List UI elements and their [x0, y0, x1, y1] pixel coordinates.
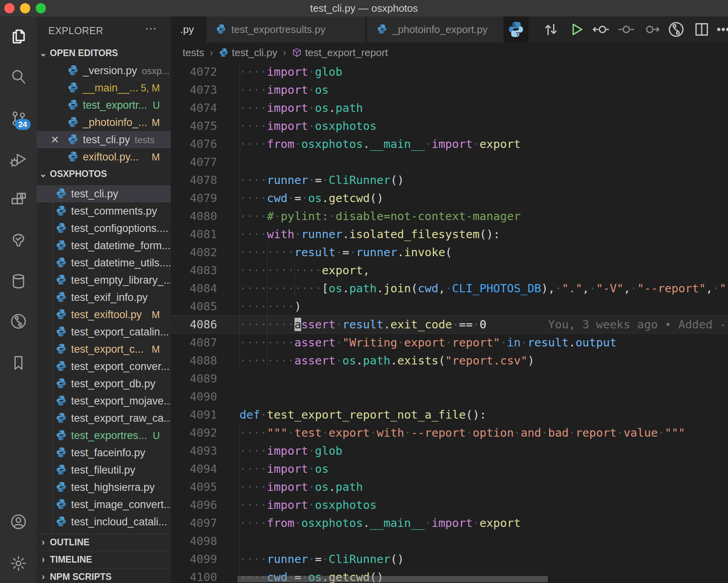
code-line[interactable]: 4099····runner·=·CliRunner()	[171, 550, 728, 568]
file-tree-item[interactable]: test_export_c...M	[37, 341, 171, 358]
sidebar-section-outline[interactable]: ›OUTLINE	[37, 534, 171, 550]
file-tree-item[interactable]: test_comments.py	[37, 202, 171, 220]
gitlens-icon[interactable]	[9, 312, 27, 330]
more-actions-icon[interactable]	[714, 20, 728, 38]
breadcrumb-separator: ›	[210, 47, 213, 58]
file-tree-item[interactable]: test_datetime_utils....	[37, 254, 171, 271]
file-tree-item[interactable]: test_image_convert...	[37, 496, 171, 513]
code-line[interactable]: 4079····cwd·=·os.getcwd()	[171, 189, 728, 207]
code-line[interactable]: 4091def·test_export_report_not_a_file():	[171, 406, 728, 424]
code-line[interactable]: 4072····import·glob	[171, 63, 728, 81]
python-file-icon	[67, 116, 79, 128]
sidebar-section-timeline[interactable]: ›TIMELINE	[37, 551, 171, 568]
file-tree-item[interactable]: test_export_raw_ca...	[37, 410, 171, 427]
code-line[interactable]: 4094····import·os	[171, 460, 728, 478]
tab-label: test_exportresults.py	[231, 24, 326, 35]
extensions-icon[interactable]	[9, 191, 27, 209]
nav-dot-icon[interactable]	[617, 20, 635, 38]
file-tree-item[interactable]: test_export_conver...	[37, 358, 171, 375]
editor-tab[interactable]: _photoinfo_export.py	[367, 16, 505, 42]
file-tree-item[interactable]: test_exportres...U	[37, 427, 171, 444]
file-tree-item[interactable]: test_empty_library_...	[37, 271, 171, 289]
file-tree-item[interactable]: test_export_db.py	[37, 375, 171, 392]
python-file-icon	[55, 187, 67, 199]
split-editor-icon[interactable]	[693, 20, 711, 38]
code-line[interactable]: 4097····from·osxphotos.__main__·import·e…	[171, 514, 728, 532]
code-line[interactable]: 4087········assert·"Writing·export·repor…	[171, 333, 728, 352]
file-tree-item[interactable]: test_export_mojave...	[37, 392, 171, 410]
open-editor-item[interactable]: _photoinfo_...M	[37, 114, 171, 131]
nav-forward-icon[interactable]	[642, 20, 660, 38]
python-file-icon	[55, 222, 67, 233]
file-tree-item[interactable]: test_faceinfo.py	[37, 444, 171, 461]
tab-label: .py	[180, 24, 194, 35]
sidebar-section-npm-scripts[interactable]: ›NPM SCRIPTS	[37, 568, 171, 583]
file-tree-item[interactable]: test_cli.py	[37, 185, 171, 202]
breadcrumb-symbol[interactable]: test_export_report	[305, 47, 388, 58]
code-line[interactable]: 4096····import·osxphotos	[171, 496, 728, 514]
code-line[interactable]: 4084············[os.path.join(cwd,·CLI_P…	[171, 279, 728, 297]
source-control-icon[interactable]: 24	[9, 109, 27, 128]
horizontal-scrollbar[interactable]	[238, 576, 548, 582]
compare-changes-icon[interactable]	[542, 20, 560, 38]
code-line[interactable]: 4074····import·os.path	[171, 99, 728, 117]
code-line[interactable]: 4086········assert·result.exit_code·==·0…	[171, 315, 728, 333]
account-icon[interactable]	[9, 513, 27, 531]
code-line[interactable]: 4078····runner·=·CliRunner()	[171, 171, 728, 189]
code-line[interactable]: 4075····import·osxphotos	[171, 117, 728, 135]
code-line[interactable]: 4093····import·glob	[171, 442, 728, 460]
code-line[interactable]: 4077	[171, 153, 728, 171]
run-debug-icon[interactable]	[9, 150, 27, 168]
python-file-icon	[55, 308, 67, 320]
code-line[interactable]: 4081····with·runner.isolated_filesystem(…	[171, 225, 728, 243]
open-editors-section-header[interactable]: ⌄OPEN EDITORS	[37, 45, 171, 61]
open-editor-item[interactable]: ✕test_cli.pytests	[37, 131, 171, 148]
testing-icon[interactable]	[9, 231, 27, 249]
gitlens-icon[interactable]	[667, 20, 685, 38]
breadcrumb-folder[interactable]: tests	[183, 47, 204, 58]
editor-tab[interactable]: test_exportresults.py	[206, 16, 366, 42]
folder-section-header[interactable]: ⌄OSXPHOTOS	[37, 166, 171, 182]
breadcrumb[interactable]: tests›test_cli.py›test_export_report	[171, 42, 728, 63]
code-editor[interactable]: 4072····import·glob4073····import·os4074…	[171, 63, 728, 583]
file-tree-item[interactable]: test_fileutil.py	[37, 461, 171, 479]
close-editor-icon[interactable]: ✕	[51, 131, 59, 148]
code-line[interactable]: 4088········assert·os.path.exists("repor…	[171, 352, 728, 370]
open-editor-item[interactable]: test_exportr...U	[37, 97, 171, 114]
file-tree-item[interactable]: test_export_catalin...	[37, 323, 171, 341]
code-line[interactable]: 4089	[171, 370, 728, 388]
open-editor-item[interactable]: _version.pyosxp...	[37, 62, 171, 79]
code-line[interactable]: 4085········)	[171, 297, 728, 315]
line-number: 4088	[171, 352, 217, 370]
symbol-icon	[292, 44, 302, 54]
run-icon[interactable]	[567, 20, 585, 38]
editor-tab[interactable]: .py	[171, 16, 206, 42]
file-tree-item[interactable]: test_highsierra.py	[37, 479, 171, 496]
settings-icon[interactable]	[9, 554, 27, 572]
code-line[interactable]: 4098	[171, 532, 728, 550]
search-icon[interactable]	[9, 68, 27, 86]
code-line[interactable]: 4083············export,	[171, 261, 728, 279]
file-tree-item[interactable]: test_exiftool.pyM	[37, 306, 171, 323]
bookmarks-icon[interactable]	[9, 354, 27, 372]
file-tree-item[interactable]: test_incloud_catali...	[37, 513, 171, 530]
file-tree-item[interactable]: test_exif_info.py	[37, 289, 171, 306]
file-tree-item[interactable]: test_configoptions....	[37, 220, 171, 237]
database-icon[interactable]	[9, 272, 27, 290]
python-logo-icon[interactable]	[507, 20, 525, 38]
open-editor-item[interactable]: __main__...5, M	[37, 79, 171, 97]
code-line[interactable]: 4073····import·os	[171, 81, 728, 99]
breadcrumb-file[interactable]: test_cli.py	[232, 47, 278, 58]
explorer-icon[interactable]	[9, 27, 27, 46]
explorer-more-actions-icon[interactable]: ···	[145, 21, 157, 35]
open-editor-item[interactable]: exiftool.py...M	[37, 148, 171, 166]
code-line[interactable]: 4076····from·osxphotos.__main__·import·e…	[171, 135, 728, 153]
chevron-down-icon: ⌄	[37, 166, 50, 182]
code-line[interactable]: 4092····"""·test·export·with·--report·op…	[171, 424, 728, 442]
code-line[interactable]: 4080····#·pylint:·disable=not-context-ma…	[171, 207, 728, 225]
code-line[interactable]: 4095····import·os.path	[171, 478, 728, 496]
code-line[interactable]: 4090	[171, 388, 728, 406]
file-tree-item[interactable]: test_datetime_form...	[37, 237, 171, 254]
nav-back-icon[interactable]	[592, 20, 610, 38]
code-line[interactable]: 4082········result·=·runner.invoke(	[171, 243, 728, 261]
